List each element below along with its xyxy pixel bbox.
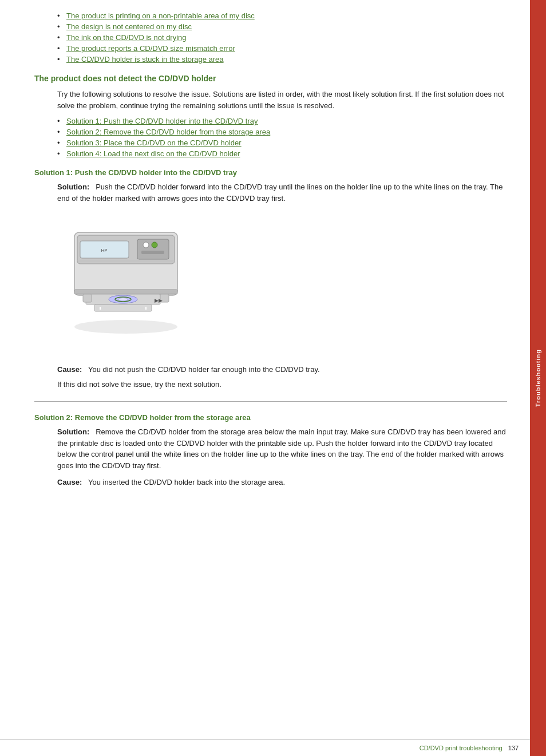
cause-2-text: You inserted the CD/DVD holder back into… [88, 478, 285, 486]
svg-point-4 [152, 242, 157, 248]
svg-rect-5 [141, 251, 164, 254]
list-item[interactable]: Solution 4: Load the next disc on the CD… [57, 149, 507, 158]
svg-point-14 [74, 320, 177, 334]
list-item[interactable]: The design is not centered on my disc [57, 22, 507, 31]
solution-1-label: Solution: [57, 183, 89, 191]
svg-rect-15 [83, 294, 92, 302]
footer-section-label: CD/DVD print troubleshooting [420, 745, 503, 751]
link-solution-2[interactable]: Solution 2: Remove the CD/DVD holder fro… [66, 128, 270, 136]
solution-1-next: If this did not solve the issue, try the… [57, 379, 507, 390]
list-item[interactable]: Solution 3: Place the CD/DVD on the CD/D… [57, 138, 507, 147]
main-section-heading: The product does not detect the CD/DVD h… [34, 74, 507, 83]
intro-paragraph: Try the following solutions to resolve t… [57, 89, 507, 111]
list-item[interactable]: Solution 1: Push the CD/DVD holder into … [57, 117, 507, 125]
printer-image: HP ▶▶ [57, 215, 206, 353]
top-links-list: The product is printing on a non-printab… [57, 11, 507, 64]
solution-2-body: Remove the CD/DVD holder from the storag… [57, 428, 506, 470]
solution-2-text: Solution: Remove the CD/DVD holder from … [57, 426, 507, 471]
solution-1-text: Solution: Push the CD/DVD holder forward… [57, 181, 507, 204]
svg-rect-6 [74, 290, 177, 294]
solution-1-block: Solution 1: Push the CD/DVD holder into … [34, 168, 507, 390]
link-ink-drying[interactable]: The ink on the CD/DVD is not drying [66, 33, 187, 42]
link-solution-4[interactable]: Solution 4: Load the next disc on the CD… [66, 149, 240, 158]
list-item[interactable]: The CD/DVD holder is stuck in the storag… [57, 55, 507, 64]
printer-illustration: HP ▶▶ [57, 215, 206, 353]
svg-text:HP: HP [101, 248, 107, 253]
link-solution-3[interactable]: Solution 3: Place the CD/DVD on the CD/D… [66, 138, 242, 147]
solution-1-cause: Cause: You did not push the CD/DVD holde… [57, 364, 507, 375]
section-divider [34, 401, 507, 402]
cause-1-label: Cause: [57, 365, 82, 374]
solution-2-label: Solution: [57, 428, 89, 436]
list-item[interactable]: Solution 2: Remove the CD/DVD holder fro… [57, 128, 507, 136]
tab-label: Troubleshooting [535, 349, 541, 407]
list-item[interactable]: The product reports a CD/DVD size mismat… [57, 44, 507, 53]
solution-1-heading: Solution 1: Push the CD/DVD holder into … [34, 168, 507, 177]
link-not-centered[interactable]: The design is not centered on my disc [66, 22, 192, 31]
svg-text:▶▶: ▶▶ [155, 298, 163, 303]
cause-2-label: Cause: [57, 478, 82, 486]
list-item[interactable]: The ink on the CD/DVD is not drying [57, 33, 507, 42]
solution-2-block: Solution 2: Remove the CD/DVD holder fro… [34, 413, 507, 488]
link-size-mismatch[interactable]: The product reports a CD/DVD size mismat… [66, 44, 235, 53]
solution-2-cause: Cause: You inserted the CD/DVD holder ba… [57, 477, 507, 488]
link-stuck-storage[interactable]: The CD/DVD holder is stuck in the storag… [66, 55, 224, 64]
footer-page-number: 137 [508, 745, 519, 751]
svg-point-9 [118, 298, 128, 301]
link-non-printable[interactable]: The product is printing on a non-printab… [66, 11, 255, 20]
solution-1-body: Push the CD/DVD holder forward into the … [57, 183, 503, 203]
solution-2-heading: Solution 2: Remove the CD/DVD holder fro… [34, 413, 507, 422]
svg-rect-11 [94, 304, 152, 311]
link-solution-1[interactable]: Solution 1: Push the CD/DVD holder into … [66, 117, 258, 125]
troubleshooting-tab: Troubleshooting [530, 0, 546, 756]
solution-links-list: Solution 1: Push the CD/DVD holder into … [57, 117, 507, 158]
svg-point-3 [143, 242, 149, 248]
cause-1-text: You did not push the CD/DVD holder far e… [88, 365, 320, 374]
list-item[interactable]: The product is printing on a non-printab… [57, 11, 507, 20]
page-footer: CD/DVD print troubleshooting 137 [0, 739, 530, 756]
